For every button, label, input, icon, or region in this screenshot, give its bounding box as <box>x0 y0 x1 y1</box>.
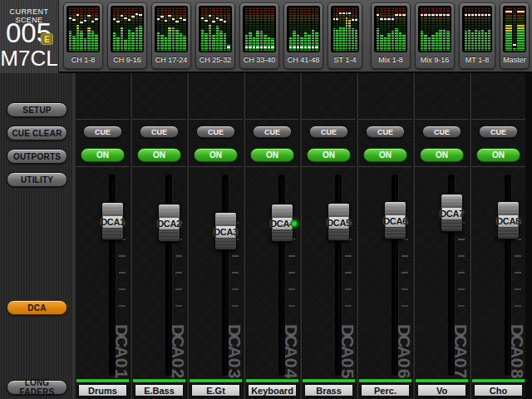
on-button[interactable]: ON <box>420 148 464 162</box>
channel-name-label[interactable]: E.Bass <box>135 384 184 397</box>
meter-block[interactable]: CH 9-16 <box>107 2 147 69</box>
cue-button[interactable]: CUE <box>479 126 518 138</box>
outports-button[interactable]: OUTPORTS <box>7 149 67 164</box>
cue-clear-button[interactable]: CUE CLEAR <box>7 126 67 140</box>
fader-knob[interactable]: DCA4 <box>271 204 293 242</box>
cue-button[interactable]: CUE <box>196 126 235 138</box>
strip-divider <box>415 119 469 120</box>
fader-knob[interactable]: DCA3 <box>214 212 237 250</box>
fader-knob[interactable]: DCA6 <box>384 201 406 239</box>
channel-id-tag: DCA03 <box>226 325 243 379</box>
meter-block[interactable]: ST 1-4 <box>328 2 362 69</box>
meter-bar <box>95 7 98 51</box>
long-faders-button[interactable]: LONG FADERS <box>7 380 67 395</box>
on-button[interactable]: ON <box>194 148 238 162</box>
meter-bar <box>339 7 342 51</box>
on-button[interactable]: ON <box>250 148 294 162</box>
fader-knob-band: DCA1 <box>103 216 122 228</box>
dca-bank-button[interactable]: DCA <box>7 300 67 315</box>
utility-button[interactable]: UTILITY <box>7 172 67 187</box>
meter-block[interactable]: Mix 9-16 <box>415 2 455 69</box>
meter-block-label: CH 9-16 <box>111 52 144 66</box>
fader-knob[interactable]: DCA7 <box>441 194 463 232</box>
meter-screen <box>155 6 188 52</box>
channel-name-label[interactable]: Vo <box>417 384 466 397</box>
cue-button[interactable]: CUE <box>422 126 461 138</box>
meter-bar <box>264 7 267 51</box>
fader-knob-band: DCA4 <box>273 218 292 229</box>
meter-bar <box>513 7 517 51</box>
fader-knob[interactable]: DCA8 <box>497 201 520 239</box>
meter-bar <box>212 7 215 51</box>
meter-bar <box>204 7 208 51</box>
meter-bar <box>216 7 219 51</box>
meter-bar <box>253 7 256 51</box>
meter-block[interactable]: CH 25-32 <box>195 2 235 69</box>
meter-bar <box>175 7 179 51</box>
cue-button[interactable]: CUE <box>83 126 122 138</box>
meter-bar <box>308 7 311 51</box>
meter-bar <box>87 7 91 51</box>
meter-bar <box>380 7 383 51</box>
meter-block[interactable]: CH 41-48 <box>283 2 323 69</box>
on-button[interactable]: ON <box>476 148 520 162</box>
cue-button[interactable]: CUE <box>253 126 292 138</box>
meter-bar <box>431 7 435 51</box>
meter-block[interactable]: CH 17-24 <box>151 2 191 69</box>
meter-bar <box>377 7 380 51</box>
meter-block-label: CH 33-40 <box>243 52 276 66</box>
selected-indicator-dot <box>291 220 298 227</box>
channel-name-label[interactable]: Brass <box>304 384 353 397</box>
meter-bar <box>157 7 160 51</box>
meter-block-label: CH 41-48 <box>287 52 320 66</box>
setup-button[interactable]: SETUP <box>7 102 67 117</box>
meter-bar <box>289 7 293 51</box>
strip-divider <box>76 119 130 120</box>
meter-bar <box>468 7 470 51</box>
current-scene-panel[interactable]: CURRENT SCENE 005 E M7CL <box>0 0 59 73</box>
channel-strip: CUE ON DCA01 DCA1 Drums <box>76 73 130 399</box>
fader-knob-label: DCA5 <box>327 218 351 228</box>
cue-button[interactable]: CUE <box>366 126 405 138</box>
meter-block-label: ST 1-4 <box>331 52 359 66</box>
meter-bar <box>227 7 230 51</box>
meter-bar <box>76 7 80 51</box>
channel-id-tag: DCA04 <box>283 325 299 379</box>
meter-block[interactable]: CH 33-40 <box>239 2 279 69</box>
meter-screen <box>66 6 100 52</box>
meter-block[interactable]: CH 1-8 <box>63 2 103 69</box>
channel-name-label[interactable]: Cho <box>474 384 523 397</box>
channel-name-label[interactable]: Drums <box>78 384 127 397</box>
meter-bar <box>256 7 259 51</box>
fader-knob[interactable]: DCA2 <box>158 204 180 242</box>
on-button[interactable]: ON <box>363 148 407 162</box>
on-button[interactable]: ON <box>307 148 351 162</box>
cue-button[interactable]: CUE <box>140 126 179 138</box>
fader-knob-label: DCA1 <box>101 217 125 227</box>
meter-bar <box>488 7 490 51</box>
meter-bar <box>91 7 95 51</box>
cue-button[interactable]: CUE <box>309 126 348 138</box>
meter-bar <box>424 7 427 51</box>
channel-name-label[interactable]: Keyboard <box>248 384 297 397</box>
channel-strip: CUE ON DCA02 DCA2 E.Bass <box>132 73 186 399</box>
on-button[interactable]: ON <box>81 148 125 162</box>
meter-block[interactable]: MT 1-8 <box>459 2 495 69</box>
strip-divider <box>358 119 412 120</box>
meter-bar <box>439 7 442 51</box>
meter-block[interactable]: Master <box>500 2 530 69</box>
on-button[interactable]: ON <box>137 148 181 162</box>
meter-bar <box>436 7 439 51</box>
channel-name-label[interactable]: E.Gt <box>191 384 240 397</box>
meter-block[interactable]: Mix 1-8 <box>371 2 411 69</box>
meter-bar <box>165 7 168 51</box>
fader-knob-band: DCA2 <box>160 218 179 229</box>
fader-strip-area: CUE ON DCA01 DCA1 Drums CUE ON DCA02 DCA… <box>74 73 532 399</box>
channel-name-label[interactable]: Perc. <box>361 384 410 397</box>
fader-knob[interactable]: DCA5 <box>328 203 350 241</box>
meter-bar <box>355 7 357 51</box>
meter-bar <box>392 7 395 51</box>
fader-knob[interactable]: DCA1 <box>101 202 124 240</box>
meter-bar <box>443 7 446 51</box>
meter-bar <box>268 7 271 51</box>
